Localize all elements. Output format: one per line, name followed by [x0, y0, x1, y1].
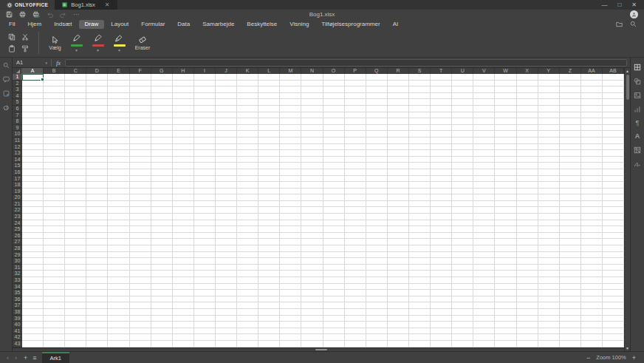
row-header-41[interactable]: 41 — [13, 328, 22, 335]
column-header-H[interactable]: H — [173, 68, 194, 74]
row-header-25[interactable]: 25 — [13, 226, 22, 233]
horizontal-scrollbar-thumb[interactable] — [315, 349, 327, 350]
save-button[interactable] — [6, 11, 13, 18]
menu-tab-tilf-jelsesprogrammer[interactable]: Tilføjelsesprogrammer — [315, 20, 386, 29]
row-header-42[interactable]: 42 — [13, 334, 22, 341]
document-tab[interactable]: Bog1.xlsx ✕ — [55, 0, 117, 10]
column-header-R[interactable]: R — [388, 68, 409, 74]
column-header-A[interactable]: A — [22, 68, 44, 74]
row-header-20[interactable]: 20 — [13, 194, 22, 201]
paragraph-settings-icon[interactable]: ¶ — [636, 120, 640, 126]
row-header-18[interactable]: 18 — [13, 182, 22, 189]
column-header-V[interactable]: V — [473, 68, 495, 74]
column-header-O[interactable]: O — [323, 68, 345, 74]
insert-function-icon[interactable]: fx — [52, 59, 65, 67]
menu-tab-data[interactable]: Data — [171, 20, 196, 29]
column-header-Z[interactable]: Z — [560, 68, 581, 74]
row-header-1[interactable]: 1 — [13, 74, 22, 81]
row-header-4[interactable]: 4 — [13, 93, 22, 100]
vertical-scrollbar-thumb[interactable] — [626, 75, 629, 100]
chevron-down-icon[interactable]: ▼ — [75, 49, 78, 52]
select-all-button[interactable] — [13, 68, 22, 74]
column-header-W[interactable]: W — [495, 68, 516, 74]
row-header-12[interactable]: 12 — [13, 144, 22, 151]
row-header-37[interactable]: 37 — [13, 302, 22, 309]
column-header-Q[interactable]: Q — [366, 68, 388, 74]
column-header-S[interactable]: S — [409, 68, 431, 74]
select-tool-button[interactable]: Vælg — [44, 35, 66, 50]
pen-red-button[interactable]: ▼ — [87, 33, 109, 52]
add-sheet-button[interactable]: + — [24, 352, 27, 363]
undo-icon[interactable] — [47, 12, 53, 18]
print-button[interactable] — [19, 11, 26, 18]
row-header-7[interactable]: 7 — [13, 112, 22, 119]
column-header-AB[interactable]: AB — [603, 68, 624, 74]
column-header-B[interactable]: B — [44, 68, 65, 74]
pivot-table-settings-icon[interactable] — [634, 146, 641, 154]
user-avatar[interactable] — [630, 10, 638, 18]
redo-icon[interactable] — [60, 12, 66, 18]
row-header-24[interactable]: 24 — [13, 220, 22, 227]
menu-tab-formular[interactable]: Formular — [135, 20, 171, 29]
column-header-U[interactable]: U — [452, 68, 473, 74]
menu-tab-layout[interactable]: Layout — [105, 20, 134, 29]
row-header-34[interactable]: 34 — [13, 284, 22, 291]
text-art-settings-icon[interactable]: A — [635, 133, 640, 140]
search-panel-icon[interactable] — [3, 62, 10, 69]
row-header-14[interactable]: 14 — [13, 157, 22, 163]
column-header-N[interactable]: N — [301, 68, 323, 74]
menu-tab-samarbejde[interactable]: Samarbejde — [196, 20, 240, 29]
close-tab-icon[interactable]: ✕ — [105, 1, 110, 8]
row-header-2[interactable]: 2 — [13, 81, 22, 87]
row-header-40[interactable]: 40 — [13, 322, 22, 328]
sheet-tab-ark1[interactable]: Ark1 — [42, 352, 69, 363]
column-header-F[interactable]: F — [130, 68, 151, 74]
column-header-D[interactable]: D — [86, 68, 108, 74]
column-header-T[interactable]: T — [431, 68, 452, 74]
row-header-28[interactable]: 28 — [13, 245, 22, 252]
row-header-8[interactable]: 8 — [13, 118, 22, 125]
column-header-K[interactable]: K — [237, 68, 258, 74]
highlighter-button[interactable]: ▼ — [109, 33, 130, 52]
cells-area[interactable] — [22, 74, 624, 347]
column-header-AA[interactable]: AA — [581, 68, 603, 74]
row-header-35[interactable]: 35 — [13, 290, 22, 296]
app-logo[interactable]: ONLYOFFICE — [0, 0, 55, 10]
column-header-E[interactable]: E — [108, 68, 129, 74]
menu-tab-fil[interactable]: Fil — [3, 20, 21, 29]
minimize-button[interactable]: — — [601, 1, 607, 8]
row-header-36[interactable]: 36 — [13, 296, 22, 303]
scroll-up-icon[interactable]: ▲ — [626, 69, 629, 73]
column-header-L[interactable]: L — [258, 68, 280, 74]
zoom-in-button[interactable]: + — [632, 354, 636, 362]
row-header-43[interactable]: 43 — [13, 341, 22, 347]
column-header-J[interactable]: J — [216, 68, 237, 74]
row-header-3[interactable]: 3 — [13, 86, 22, 93]
row-header-32[interactable]: 32 — [13, 271, 22, 277]
row-header-6[interactable]: 6 — [13, 106, 22, 112]
row-header-9[interactable]: 9 — [13, 125, 22, 132]
chevron-down-icon[interactable]: ▾ — [45, 61, 47, 65]
shape-settings-icon[interactable] — [634, 78, 641, 85]
row-header-19[interactable]: 19 — [13, 189, 22, 195]
row-header-21[interactable]: 21 — [13, 201, 22, 208]
column-header-I[interactable]: I — [194, 68, 216, 74]
column-header-X[interactable]: X — [517, 68, 538, 74]
column-header-Y[interactable]: Y — [538, 68, 560, 74]
row-header-13[interactable]: 13 — [13, 150, 22, 157]
row-header-23[interactable]: 23 — [13, 214, 22, 220]
menu-tab-hjem[interactable]: Hjem — [21, 20, 47, 29]
column-header-P[interactable]: P — [345, 68, 366, 74]
previous-sheet-icon[interactable]: ‹ — [7, 354, 9, 362]
close-button[interactable]: ✕ — [631, 1, 637, 8]
open-file-location-icon[interactable] — [616, 21, 623, 27]
row-header-30[interactable]: 30 — [13, 258, 22, 265]
copy-icon[interactable] — [6, 32, 17, 43]
menu-tab-ai[interactable]: AI — [387, 20, 405, 29]
column-header-C[interactable]: C — [65, 68, 86, 74]
scroll-down-icon[interactable]: ▼ — [626, 346, 629, 350]
row-header-5[interactable]: 5 — [13, 99, 22, 106]
image-settings-icon[interactable] — [634, 92, 641, 99]
row-header-11[interactable]: 11 — [13, 138, 22, 144]
search-icon[interactable] — [630, 21, 637, 27]
